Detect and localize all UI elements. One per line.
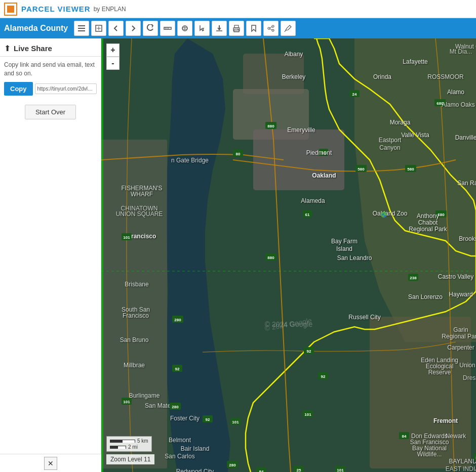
live-share-title: Live Share	[14, 44, 52, 53]
svg-text:Garin: Garin	[453, 326, 468, 333]
svg-text:Regional Park: Regional Park	[409, 226, 447, 233]
svg-text:Orinda: Orinda	[373, 73, 391, 80]
scale-km-label: 5 km	[137, 438, 148, 444]
zoom-in-button[interactable]: +	[106, 44, 120, 57]
share-btn[interactable]	[263, 21, 279, 36]
forward-btn[interactable]	[126, 21, 141, 36]
toolbar: Alameda County	[0, 18, 476, 38]
svg-text:80: 80	[236, 152, 241, 156]
svg-text:25: 25	[297, 468, 301, 472]
app-subtitle: by ENPLAN	[94, 6, 126, 13]
svg-text:880: 880	[267, 124, 274, 128]
svg-text:Oakland: Oakland	[312, 172, 336, 179]
svg-text:Eastport: Eastport	[379, 137, 402, 144]
svg-text:101: 101	[123, 235, 130, 240]
county-label: Alameda County	[4, 24, 68, 33]
svg-text:92: 92	[307, 349, 311, 354]
svg-text:84: 84	[402, 434, 407, 439]
svg-text:Lafayette: Lafayette	[403, 58, 428, 65]
svg-text:Brisbane: Brisbane	[125, 281, 149, 288]
svg-text:Oakland Zoo: Oakland Zoo	[373, 210, 408, 217]
app-logo-icon	[4, 3, 17, 16]
scale-mi: 2 mi	[110, 444, 148, 450]
svg-text:San Lorenzo: San Lorenzo	[408, 293, 443, 301]
svg-text:Alamo: Alamo	[447, 89, 464, 96]
map-container[interactable]: 880 880 580 580 80 680 680 24 13	[101, 38, 476, 472]
zoom-out-button[interactable]: -	[106, 57, 120, 70]
scale-ruler-mi	[110, 446, 126, 449]
svg-text:San Leandro: San Leandro	[337, 254, 372, 262]
svg-text:Carpenter: Carpenter	[447, 344, 474, 351]
svg-text:Union City: Union City	[459, 362, 476, 369]
svg-text:Anthony: Anthony	[417, 212, 439, 220]
url-input[interactable]	[35, 83, 97, 94]
bookmark-btn[interactable]	[246, 21, 261, 36]
svg-point-20	[272, 25, 274, 27]
search-btn[interactable]	[143, 21, 158, 36]
svg-text:Berkeley: Berkeley	[282, 73, 306, 80]
svg-text:Alameda: Alameda	[301, 197, 325, 204]
cursor-btn[interactable]	[194, 21, 210, 36]
svg-text:24: 24	[352, 92, 357, 97]
copy-row: Copy	[0, 82, 101, 100]
svg-text:EAST INDIA...: EAST INDIA...	[446, 465, 476, 472]
zoom-extent-btn[interactable]	[91, 21, 106, 36]
svg-line-25	[285, 30, 286, 32]
app-title: PARCEL VIEWER	[21, 5, 91, 13]
svg-text:Bair Island: Bair Island	[181, 445, 210, 452]
svg-text:Francisco: Francisco	[123, 312, 149, 319]
svg-text:Valle Vista: Valle Vista	[401, 132, 429, 139]
app-header: PARCEL VIEWER by ENPLAN	[0, 0, 476, 18]
svg-rect-1	[78, 28, 85, 29]
svg-text:Canyon: Canyon	[379, 144, 400, 151]
map-svg: 880 880 580 580 80 680 680 24 13	[101, 38, 476, 472]
svg-text:Burlingame: Burlingame	[129, 392, 160, 399]
svg-text:92: 92	[175, 367, 180, 371]
svg-text:Russell City: Russell City	[348, 314, 380, 321]
svg-text:🐾: 🐾	[381, 212, 386, 218]
svg-text:Redwood City: Redwood City	[176, 468, 214, 472]
close-icon: ✕	[48, 459, 54, 467]
svg-rect-30	[253, 130, 344, 190]
svg-text:UNION SQUARE: UNION SQUARE	[116, 210, 163, 218]
street-view-btn[interactable]	[177, 21, 192, 36]
svg-text:Piedmont: Piedmont	[306, 149, 332, 156]
svg-text:Emeryville: Emeryville	[287, 126, 315, 134]
svg-text:580: 580	[407, 167, 414, 171]
svg-text:Dresser: Dresser	[463, 374, 476, 381]
svg-text:Wildlife...: Wildlife...	[417, 451, 442, 458]
layers-btn[interactable]	[74, 21, 89, 36]
svg-text:101: 101	[123, 400, 130, 404]
svg-text:San Carlos: San Carlos	[165, 453, 194, 460]
svg-text:880: 880	[267, 255, 274, 260]
svg-rect-0	[78, 25, 85, 26]
svg-text:Regional Park: Regional Park	[442, 333, 476, 340]
back-btn[interactable]	[108, 21, 124, 36]
svg-text:Millbrae: Millbrae	[124, 362, 145, 369]
svg-text:61: 61	[305, 212, 310, 217]
svg-text:Alamo Oaks: Alamo Oaks	[442, 101, 474, 108]
zoom-controls: + -	[106, 44, 120, 70]
close-button[interactable]: ✕	[44, 457, 57, 470]
download-btn[interactable]	[212, 21, 227, 36]
print-btn[interactable]	[229, 21, 244, 36]
svg-text:280: 280	[174, 318, 181, 322]
svg-text:Francisco: Francisco	[128, 233, 156, 240]
svg-rect-16	[234, 25, 239, 28]
edit-btn[interactable]	[281, 21, 296, 36]
svg-marker-19	[252, 25, 256, 31]
measure-btn[interactable]	[160, 21, 175, 36]
svg-text:San Bruno: San Bruno	[120, 336, 149, 344]
svg-text:BAYLANDS: BAYLANDS	[449, 458, 476, 465]
live-share-description: Copy link and send via email, text and s…	[0, 57, 101, 82]
svg-text:101: 101	[232, 420, 239, 424]
svg-text:Moraga: Moraga	[390, 119, 411, 126]
start-over-button[interactable]: Start Over	[25, 105, 76, 119]
svg-text:280: 280	[172, 405, 179, 409]
svg-text:101: 101	[337, 468, 344, 472]
svg-text:84: 84	[259, 469, 264, 472]
scale-ruler-km	[110, 440, 135, 443]
copy-button[interactable]: Copy	[4, 82, 33, 96]
svg-line-24	[270, 29, 272, 30]
svg-text:Mt Dia...: Mt Dia...	[450, 48, 472, 55]
